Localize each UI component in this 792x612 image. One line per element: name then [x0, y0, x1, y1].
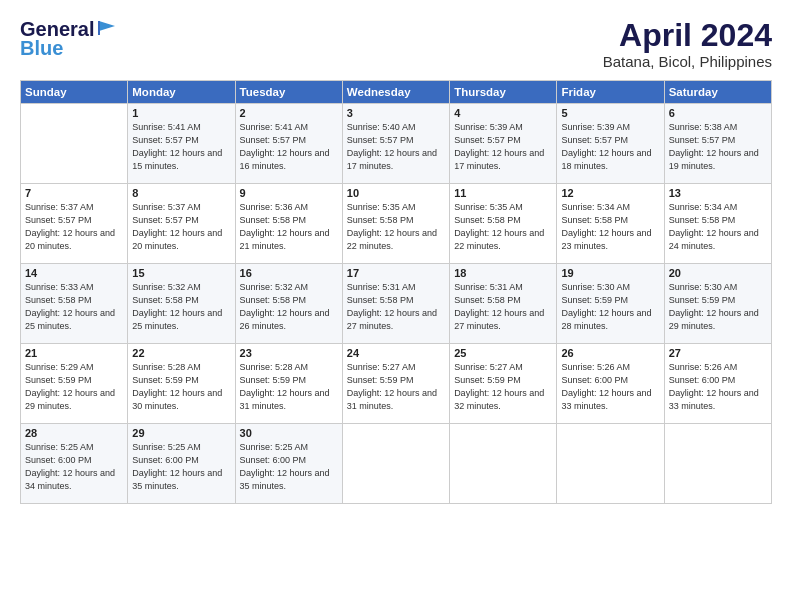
cell-info: Sunrise: 5:31 AMSunset: 5:58 PMDaylight:…	[454, 281, 552, 333]
cell-info: Sunrise: 5:41 AMSunset: 5:57 PMDaylight:…	[240, 121, 338, 173]
cell-info: Sunrise: 5:31 AMSunset: 5:58 PMDaylight:…	[347, 281, 445, 333]
day-number: 3	[347, 107, 445, 119]
calendar-week-row: 1Sunrise: 5:41 AMSunset: 5:57 PMDaylight…	[21, 104, 772, 184]
calendar-cell	[21, 104, 128, 184]
calendar-cell: 15Sunrise: 5:32 AMSunset: 5:58 PMDayligh…	[128, 264, 235, 344]
cell-info: Sunrise: 5:30 AMSunset: 5:59 PMDaylight:…	[669, 281, 767, 333]
cell-info: Sunrise: 5:25 AMSunset: 6:00 PMDaylight:…	[25, 441, 123, 493]
day-number: 20	[669, 267, 767, 279]
cell-info: Sunrise: 5:25 AMSunset: 6:00 PMDaylight:…	[240, 441, 338, 493]
cell-info: Sunrise: 5:34 AMSunset: 5:58 PMDaylight:…	[561, 201, 659, 253]
cell-info: Sunrise: 5:37 AMSunset: 5:57 PMDaylight:…	[132, 201, 230, 253]
calendar-cell	[557, 424, 664, 504]
calendar-cell: 9Sunrise: 5:36 AMSunset: 5:58 PMDaylight…	[235, 184, 342, 264]
cell-info: Sunrise: 5:35 AMSunset: 5:58 PMDaylight:…	[454, 201, 552, 253]
calendar-cell: 16Sunrise: 5:32 AMSunset: 5:58 PMDayligh…	[235, 264, 342, 344]
day-number: 29	[132, 427, 230, 439]
calendar-cell: 29Sunrise: 5:25 AMSunset: 6:00 PMDayligh…	[128, 424, 235, 504]
day-number: 5	[561, 107, 659, 119]
day-number: 25	[454, 347, 552, 359]
day-number: 13	[669, 187, 767, 199]
calendar-cell: 7Sunrise: 5:37 AMSunset: 5:57 PMDaylight…	[21, 184, 128, 264]
calendar-cell	[450, 424, 557, 504]
cell-info: Sunrise: 5:40 AMSunset: 5:57 PMDaylight:…	[347, 121, 445, 173]
calendar-cell: 6Sunrise: 5:38 AMSunset: 5:57 PMDaylight…	[664, 104, 771, 184]
day-number: 17	[347, 267, 445, 279]
calendar-cell: 4Sunrise: 5:39 AMSunset: 5:57 PMDaylight…	[450, 104, 557, 184]
calendar-cell: 12Sunrise: 5:34 AMSunset: 5:58 PMDayligh…	[557, 184, 664, 264]
day-number: 28	[25, 427, 123, 439]
day-header-tuesday: Tuesday	[235, 81, 342, 104]
svg-marker-0	[99, 21, 115, 31]
cell-info: Sunrise: 5:39 AMSunset: 5:57 PMDaylight:…	[454, 121, 552, 173]
calendar-week-row: 28Sunrise: 5:25 AMSunset: 6:00 PMDayligh…	[21, 424, 772, 504]
header: General Blue April 2024 Batana, Bicol, P…	[20, 18, 772, 70]
cell-info: Sunrise: 5:32 AMSunset: 5:58 PMDaylight:…	[132, 281, 230, 333]
calendar-table: SundayMondayTuesdayWednesdayThursdayFrid…	[20, 80, 772, 504]
day-header-wednesday: Wednesday	[342, 81, 449, 104]
logo-blue-text: Blue	[20, 37, 63, 60]
cell-info: Sunrise: 5:28 AMSunset: 5:59 PMDaylight:…	[240, 361, 338, 413]
cell-info: Sunrise: 5:35 AMSunset: 5:58 PMDaylight:…	[347, 201, 445, 253]
day-number: 15	[132, 267, 230, 279]
calendar-week-row: 14Sunrise: 5:33 AMSunset: 5:58 PMDayligh…	[21, 264, 772, 344]
day-number: 14	[25, 267, 123, 279]
calendar-cell: 27Sunrise: 5:26 AMSunset: 6:00 PMDayligh…	[664, 344, 771, 424]
cell-info: Sunrise: 5:28 AMSunset: 5:59 PMDaylight:…	[132, 361, 230, 413]
month-title: April 2024	[603, 18, 772, 53]
calendar-cell: 13Sunrise: 5:34 AMSunset: 5:58 PMDayligh…	[664, 184, 771, 264]
calendar-cell: 14Sunrise: 5:33 AMSunset: 5:58 PMDayligh…	[21, 264, 128, 344]
day-number: 4	[454, 107, 552, 119]
cell-info: Sunrise: 5:29 AMSunset: 5:59 PMDaylight:…	[25, 361, 123, 413]
day-number: 6	[669, 107, 767, 119]
calendar-cell: 24Sunrise: 5:27 AMSunset: 5:59 PMDayligh…	[342, 344, 449, 424]
day-number: 16	[240, 267, 338, 279]
cell-info: Sunrise: 5:39 AMSunset: 5:57 PMDaylight:…	[561, 121, 659, 173]
calendar-cell: 20Sunrise: 5:30 AMSunset: 5:59 PMDayligh…	[664, 264, 771, 344]
calendar-header-row: SundayMondayTuesdayWednesdayThursdayFrid…	[21, 81, 772, 104]
cell-info: Sunrise: 5:41 AMSunset: 5:57 PMDaylight:…	[132, 121, 230, 173]
calendar-cell: 5Sunrise: 5:39 AMSunset: 5:57 PMDaylight…	[557, 104, 664, 184]
calendar-cell: 22Sunrise: 5:28 AMSunset: 5:59 PMDayligh…	[128, 344, 235, 424]
cell-info: Sunrise: 5:25 AMSunset: 6:00 PMDaylight:…	[132, 441, 230, 493]
cell-info: Sunrise: 5:36 AMSunset: 5:58 PMDaylight:…	[240, 201, 338, 253]
cell-info: Sunrise: 5:30 AMSunset: 5:59 PMDaylight:…	[561, 281, 659, 333]
cell-info: Sunrise: 5:38 AMSunset: 5:57 PMDaylight:…	[669, 121, 767, 173]
day-number: 22	[132, 347, 230, 359]
page: General Blue April 2024 Batana, Bicol, P…	[0, 0, 792, 612]
calendar-week-row: 7Sunrise: 5:37 AMSunset: 5:57 PMDaylight…	[21, 184, 772, 264]
calendar-cell: 30Sunrise: 5:25 AMSunset: 6:00 PMDayligh…	[235, 424, 342, 504]
cell-info: Sunrise: 5:37 AMSunset: 5:57 PMDaylight:…	[25, 201, 123, 253]
cell-info: Sunrise: 5:26 AMSunset: 6:00 PMDaylight:…	[561, 361, 659, 413]
day-header-sunday: Sunday	[21, 81, 128, 104]
day-number: 26	[561, 347, 659, 359]
calendar-cell	[342, 424, 449, 504]
logo-flag-icon	[97, 19, 119, 37]
cell-info: Sunrise: 5:26 AMSunset: 6:00 PMDaylight:…	[669, 361, 767, 413]
calendar-cell: 8Sunrise: 5:37 AMSunset: 5:57 PMDaylight…	[128, 184, 235, 264]
day-number: 30	[240, 427, 338, 439]
day-header-friday: Friday	[557, 81, 664, 104]
calendar-cell: 10Sunrise: 5:35 AMSunset: 5:58 PMDayligh…	[342, 184, 449, 264]
svg-rect-1	[98, 21, 100, 35]
calendar-week-row: 21Sunrise: 5:29 AMSunset: 5:59 PMDayligh…	[21, 344, 772, 424]
location: Batana, Bicol, Philippines	[603, 53, 772, 70]
logo: General Blue	[20, 18, 119, 60]
day-number: 23	[240, 347, 338, 359]
day-number: 9	[240, 187, 338, 199]
day-number: 12	[561, 187, 659, 199]
calendar-cell: 2Sunrise: 5:41 AMSunset: 5:57 PMDaylight…	[235, 104, 342, 184]
title-block: April 2024 Batana, Bicol, Philippines	[603, 18, 772, 70]
calendar-cell: 26Sunrise: 5:26 AMSunset: 6:00 PMDayligh…	[557, 344, 664, 424]
calendar-cell: 23Sunrise: 5:28 AMSunset: 5:59 PMDayligh…	[235, 344, 342, 424]
cell-info: Sunrise: 5:34 AMSunset: 5:58 PMDaylight:…	[669, 201, 767, 253]
cell-info: Sunrise: 5:33 AMSunset: 5:58 PMDaylight:…	[25, 281, 123, 333]
day-number: 27	[669, 347, 767, 359]
day-header-saturday: Saturday	[664, 81, 771, 104]
calendar-cell: 1Sunrise: 5:41 AMSunset: 5:57 PMDaylight…	[128, 104, 235, 184]
cell-info: Sunrise: 5:32 AMSunset: 5:58 PMDaylight:…	[240, 281, 338, 333]
day-number: 24	[347, 347, 445, 359]
day-number: 2	[240, 107, 338, 119]
day-header-thursday: Thursday	[450, 81, 557, 104]
calendar-cell: 21Sunrise: 5:29 AMSunset: 5:59 PMDayligh…	[21, 344, 128, 424]
